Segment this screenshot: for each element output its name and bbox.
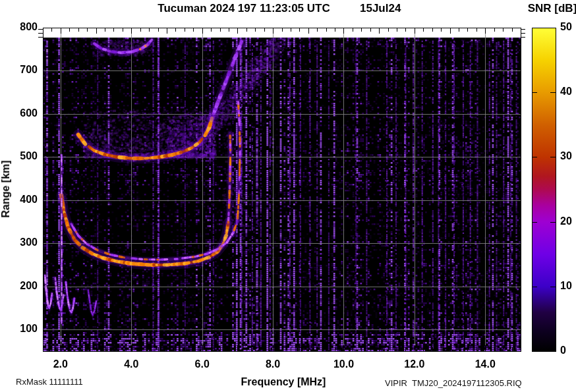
ionogram-figure: Tucuman 2024 197 11:23:05 UTC 15Jul24 SN… [0,0,576,392]
ionogram-heatmap-canvas [0,0,576,392]
x-tick-label: 14.0 [475,358,496,370]
y-tick-label: 500 [0,150,38,162]
y-tick-label: 800 [0,21,38,33]
y-axis-label: Range [km] [0,160,12,217]
colorbar-tick-label: 40 [560,86,572,98]
chart-date-label: 15Jul24 [360,2,401,15]
chart-title: Tucuman 2024 197 11:23:05 UTC [158,2,330,15]
filename-label: VIPIR TMJ20_2024197112305.RIQ [385,378,522,388]
x-tick-label: 2.0 [53,358,68,370]
y-tick-label: 400 [0,194,38,206]
rxmask-label: RxMask 11111111 [16,377,83,387]
x-tick-label: 4.0 [124,358,138,370]
y-tick-label: 300 [0,237,38,248]
y-tick-label: 200 [0,280,38,292]
x-tick-label: 6.0 [195,358,210,370]
x-tick-label: 10.0 [333,358,354,370]
x-axis-label: Frequency [MHz] [241,376,326,388]
colorbar-tick-label: 0 [560,345,566,356]
y-tick-label: 600 [0,107,38,119]
colorbar-tick-label: 30 [560,150,572,162]
y-tick-label: 100 [0,323,38,335]
y-tick-label: 700 [0,64,38,76]
colorbar-tick-label: 50 [560,21,572,33]
x-tick-label: 8.0 [266,358,280,370]
colorbar-tick-label: 20 [560,215,572,227]
x-tick-label: 12.0 [404,358,424,370]
colorbar-tick-label: 10 [560,280,572,292]
colorbar-title: SNR [dB] [528,2,576,15]
